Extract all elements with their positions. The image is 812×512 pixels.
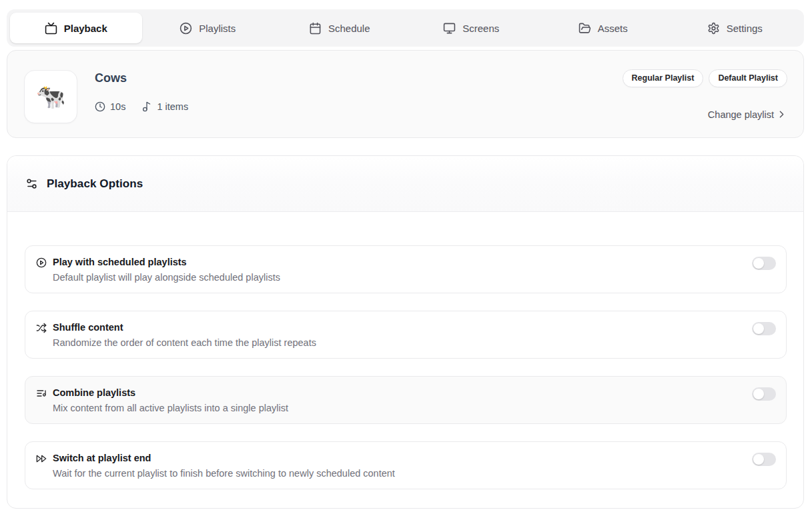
gear-icon — [707, 22, 720, 35]
calendar-icon — [309, 22, 322, 35]
toggle-shuffle-content[interactable] — [752, 322, 776, 335]
tab-label: Settings — [727, 23, 763, 34]
regular-playlist-badge: Regular Playlist — [623, 69, 704, 87]
play-circle-icon — [179, 22, 192, 35]
current-playlist-card: 🐄 Cows 10s 1 items Regular Playlist Defa… — [7, 50, 804, 138]
option-title: Play with scheduled playlists — [53, 256, 280, 268]
settings-sliders-icon — [25, 177, 38, 190]
playback-options-header: Playback Options — [7, 156, 803, 212]
shuffle-icon — [36, 323, 47, 333]
playlist-thumbnail: 🐄 — [24, 70, 77, 123]
chevron-right-icon — [776, 109, 787, 120]
change-playlist-label: Change playlist — [708, 109, 774, 120]
tab-schedule[interactable]: Schedule — [274, 13, 406, 43]
toggle-play-with-scheduled[interactable] — [752, 257, 776, 270]
tab-playback[interactable]: Playback — [10, 13, 142, 43]
folder-open-icon — [578, 22, 591, 35]
playlist-badges: Regular Playlist Default Playlist — [623, 69, 787, 87]
tab-assets[interactable]: Assets — [537, 13, 669, 43]
list-music-icon — [36, 388, 47, 399]
change-playlist-link[interactable]: Change playlist — [708, 109, 787, 120]
tab-playlists[interactable]: Playlists — [142, 13, 274, 43]
option-combine-playlists: Combine playlists Mix content from all a… — [25, 376, 787, 424]
playlist-info: Cows 10s 1 items — [95, 69, 188, 112]
tab-label: Schedule — [328, 23, 370, 34]
playlist-title: Cows — [95, 71, 188, 85]
option-text: Combine playlists Mix content from all a… — [53, 387, 288, 414]
toggle-switch-at-end[interactable] — [752, 453, 776, 466]
toggle-knob — [753, 323, 764, 334]
tab-label: Playlists — [199, 23, 236, 34]
option-switch-at-end: Switch at playlist end Wait for the curr… — [25, 441, 787, 489]
playback-options-list: Play with scheduled playlists Default pl… — [7, 212, 803, 489]
tab-screens[interactable]: Screens — [406, 13, 538, 43]
tab-settings[interactable]: Settings — [669, 13, 801, 43]
option-title: Shuffle content — [53, 321, 316, 333]
duration-value: 10s — [110, 101, 125, 112]
tab-label: Screens — [462, 23, 499, 34]
option-text: Play with scheduled playlists Default pl… — [53, 256, 280, 283]
duration-meta: 10s — [95, 101, 125, 112]
tv-icon — [45, 22, 57, 35]
tab-label: Assets — [598, 23, 628, 34]
play-circle-icon — [36, 257, 47, 268]
option-play-with-scheduled: Play with scheduled playlists Default pl… — [25, 245, 787, 293]
default-playlist-badge: Default Playlist — [709, 69, 787, 87]
option-description: Default playlist will play alongside sch… — [53, 271, 280, 283]
item-count-meta: 1 items — [141, 101, 188, 112]
tab-label: Playback — [64, 23, 107, 34]
playlist-meta: 10s 1 items — [95, 101, 188, 112]
option-title: Combine playlists — [53, 387, 288, 399]
toggle-knob — [753, 389, 764, 399]
clock-icon — [95, 101, 105, 112]
playlist-card-right: Regular Playlist Default Playlist Change… — [623, 69, 787, 121]
toggle-knob — [753, 454, 764, 465]
option-shuffle-content: Shuffle content Randomize the order of c… — [25, 311, 787, 359]
monitor-icon — [443, 22, 456, 35]
option-title: Switch at playlist end — [53, 452, 395, 464]
option-description: Wait for the current playlist to finish … — [53, 467, 395, 479]
playback-options-card: Playback Options Play with scheduled pla… — [7, 155, 804, 509]
toggle-combine-playlists[interactable] — [752, 387, 776, 401]
top-navigation: Playback Playlists Schedule Screens Asse… — [7, 9, 804, 47]
fast-forward-icon — [36, 453, 47, 464]
option-text: Shuffle content Randomize the order of c… — [53, 321, 316, 349]
music-note-icon — [141, 101, 152, 112]
item-count-value: 1 items — [157, 101, 188, 112]
playback-options-title: Playback Options — [47, 177, 143, 191]
option-description: Randomize the order of content each time… — [53, 337, 316, 349]
option-description: Mix content from all active playlists in… — [53, 402, 288, 414]
cow-emoji: 🐄 — [36, 83, 66, 111]
option-text: Switch at playlist end Wait for the curr… — [53, 452, 395, 479]
toggle-knob — [753, 258, 764, 269]
